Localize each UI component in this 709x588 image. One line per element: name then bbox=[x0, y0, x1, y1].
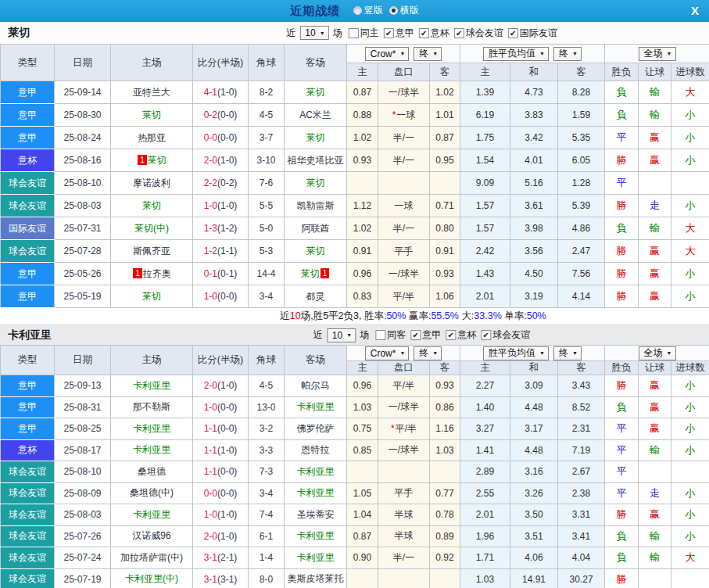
competition-filter[interactable]: ✔意甲 bbox=[406, 328, 441, 342]
col-odds-home: 主 bbox=[347, 361, 378, 375]
competition-filter[interactable]: ✔球会友谊 bbox=[476, 328, 530, 342]
team-name: 莱切 bbox=[8, 26, 30, 40]
away-team-cell: 莱切 bbox=[285, 127, 347, 149]
layout-option[interactable]: 横版 bbox=[389, 4, 419, 17]
avg-controls: 胜平负均值▼ 终▼ bbox=[460, 346, 605, 361]
avg-type-select[interactable]: 胜平负均值▼ bbox=[483, 47, 549, 61]
col-result-handicap: 让球 bbox=[639, 63, 671, 81]
avg-odds-cell: 3.31 bbox=[558, 504, 605, 526]
odds-cell: 0.87 bbox=[347, 525, 378, 547]
dropdown-arrow-icon: ▼ bbox=[320, 30, 325, 36]
match-row: 意甲25-05-19莱切1-0(0-0)3-4都灵0.83平/半1.062.01… bbox=[1, 285, 709, 308]
corner-cell: 3-4 bbox=[249, 285, 285, 308]
match-row: 球会友谊25-08-10摩诺波利2-2(0-2)7-6莱切9.095.161.2… bbox=[1, 172, 709, 195]
radio-icon[interactable] bbox=[353, 6, 362, 15]
layout-switch: 竖版横版 bbox=[347, 4, 419, 17]
odds-source-select[interactable]: Crow*▼ bbox=[365, 346, 410, 360]
team-name-text: 奥斯皮塔莱托 bbox=[288, 573, 344, 584]
odds-cell: 1.03 bbox=[347, 396, 378, 418]
result-cell: 平 bbox=[605, 127, 639, 149]
competition-filter[interactable]: ✔意杯 bbox=[441, 328, 476, 342]
same-venue-filter[interactable]: 同主 bbox=[344, 27, 379, 40]
competition-filter[interactable]: ✔意杯 bbox=[414, 27, 449, 40]
scope-select[interactable]: 全场▼ bbox=[639, 346, 676, 360]
odds-final-select[interactable]: 终▼ bbox=[414, 47, 442, 61]
same-venue-filter[interactable]: 同客 bbox=[371, 328, 406, 342]
summary-segment: 10 bbox=[290, 310, 301, 321]
radio-icon[interactable] bbox=[389, 6, 398, 15]
recent-count-select[interactable]: 10▼ bbox=[327, 328, 356, 342]
scope-controls: 全场▼ bbox=[605, 45, 709, 63]
team-name-text: 莱切 bbox=[306, 177, 325, 188]
avg-type-select[interactable]: 胜平负均值▼ bbox=[483, 346, 549, 360]
odds-cell: 0.78 bbox=[430, 504, 460, 526]
scope-select[interactable]: 全场▼ bbox=[639, 47, 676, 61]
halftime-score: (0-0) bbox=[217, 132, 237, 143]
competition-filter[interactable]: ✔意甲 bbox=[379, 27, 414, 40]
away-team-cell: 卡利亚里 bbox=[285, 396, 347, 418]
avg-odds-cell: 4.50 bbox=[510, 263, 558, 285]
corner-cell: 7-4 bbox=[249, 504, 285, 526]
home-team-cell: 热那亚 bbox=[111, 127, 193, 149]
match-competition: 意杯 bbox=[1, 149, 55, 172]
match-competition: 意甲 bbox=[1, 104, 55, 127]
match-competition: 球会友谊 bbox=[1, 172, 55, 195]
result-cell: 走 bbox=[639, 195, 671, 217]
odds-controls: Crow*▼ 终▼ bbox=[347, 346, 460, 361]
away-team-cell: 祖华史塔比亚 bbox=[285, 149, 347, 172]
odds-cell: 一/球半 bbox=[378, 263, 430, 285]
team-name-text: 卡利亚里 bbox=[133, 380, 170, 391]
recent-results-dialog: 近期战绩 竖版横版 X 莱切 近10▼场同主✔意甲✔意杯✔球会友谊✔国际友谊 类… bbox=[0, 0, 709, 588]
odds-cell: 0.96 bbox=[347, 263, 378, 285]
match-date: 25-05-26 bbox=[55, 263, 111, 285]
result-cell: 大 bbox=[671, 81, 709, 104]
avg-final-select[interactable]: 终▼ bbox=[553, 47, 582, 61]
odds-cell: 0.88 bbox=[347, 104, 378, 127]
corner-cell: 1-4 bbox=[249, 547, 285, 569]
fulltime-score: 1-2 bbox=[204, 246, 217, 256]
avg-odds-cell: 3.43 bbox=[558, 375, 605, 397]
fulltime-score: 1-3 bbox=[204, 223, 217, 234]
avg-odds-cell: 3.42 bbox=[510, 127, 558, 149]
corner-cell: 7-6 bbox=[249, 172, 285, 195]
match-row: 球会友谊25-08-03卡利亚里1-0(1-0)7-4圣埃蒂安1.04半球0.7… bbox=[1, 504, 709, 526]
col-result-wdl: 胜负 bbox=[605, 361, 639, 375]
layout-option[interactable]: 竖版 bbox=[353, 4, 383, 17]
team-name-text: 斯佩齐亚 bbox=[133, 246, 170, 256]
odds-cell: 0.93 bbox=[347, 149, 378, 172]
match-competition: 国际友谊 bbox=[1, 217, 55, 240]
result-cell: 小 bbox=[671, 525, 709, 547]
odds-cell: 0.80 bbox=[430, 217, 460, 240]
red-card-badge: 1 bbox=[138, 155, 147, 165]
avg-odds-cell: 1.03 bbox=[460, 568, 510, 588]
competition-filter[interactable]: ✔球会友谊 bbox=[449, 27, 503, 40]
odds-final-select[interactable]: 终▼ bbox=[414, 346, 442, 360]
odds-cell: 0.93 bbox=[430, 375, 460, 397]
recent-count-select[interactable]: 10▼ bbox=[299, 26, 328, 40]
odds-source-select[interactable]: Crow*▼ bbox=[365, 47, 410, 61]
match-competition: 球会友谊 bbox=[1, 568, 55, 588]
recent-count-value: 10 bbox=[305, 27, 315, 38]
result-cell: 勝 bbox=[605, 375, 639, 397]
avg-odds-cell: 3.41 bbox=[558, 525, 605, 547]
team-name-text: 拉齐奥 bbox=[143, 268, 171, 279]
match-date: 25-08-10 bbox=[55, 172, 111, 195]
match-competition: 意甲 bbox=[1, 127, 55, 149]
odds-cell: 0.87 bbox=[430, 127, 460, 149]
competition-filter[interactable]: ✔国际友谊 bbox=[503, 27, 557, 40]
close-button[interactable]: X bbox=[687, 3, 703, 19]
dropdown-arrow-icon: ▼ bbox=[432, 51, 438, 56]
result-cell: 大 bbox=[671, 547, 709, 569]
avg-type-value: 胜平负均值 bbox=[489, 346, 535, 360]
avg-final-select[interactable]: 终▼ bbox=[553, 346, 582, 360]
scope-value: 全场 bbox=[644, 47, 663, 60]
home-team-cell: 卡利亚里 bbox=[111, 439, 193, 461]
odds-cell bbox=[430, 461, 460, 483]
result-cell: 小 bbox=[671, 263, 709, 285]
avg-odds-cell: 1.96 bbox=[460, 525, 510, 547]
avg-odds-cell: 2.01 bbox=[460, 285, 510, 308]
match-competition: 球会友谊 bbox=[1, 240, 55, 263]
checkbox-icon: ✔ bbox=[384, 28, 394, 38]
summary-segment: 33.3% bbox=[474, 310, 501, 321]
away-team-cell: 卡利亚里 bbox=[285, 482, 347, 504]
